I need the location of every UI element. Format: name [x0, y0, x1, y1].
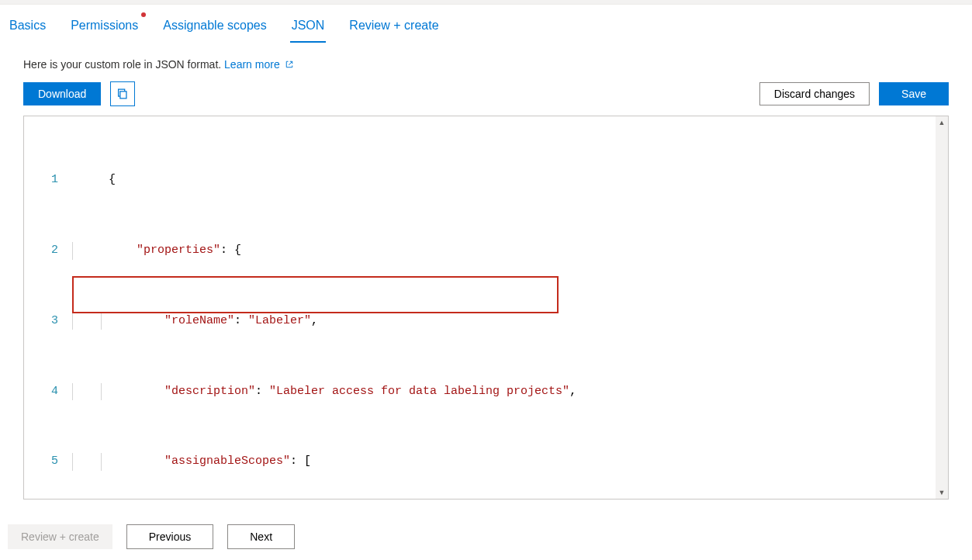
tab-assignable-scopes[interactable]: Assignable scopes: [161, 14, 268, 42]
toolbar: Download Discard changes Save: [0, 78, 972, 116]
json-val-rolename: "Labeler": [248, 314, 311, 327]
line-number: 1: [24, 171, 72, 189]
code-line[interactable]: 4 "description": "Labeler access for dat…: [24, 383, 948, 401]
code-line[interactable]: 1 {: [24, 171, 948, 189]
line-number: 5: [24, 453, 72, 471]
unsaved-dot-icon: [141, 12, 146, 17]
scroll-up-icon[interactable]: ▲: [936, 116, 948, 129]
json-key-rolename: "roleName": [164, 314, 234, 327]
code-line[interactable]: 3 "roleName": "Labeler",: [24, 313, 948, 330]
line-number: 4: [24, 383, 72, 401]
description-row: Here is your custom role in JSON format.…: [0, 43, 972, 78]
code-line[interactable]: 5 "assignableScopes": [: [24, 453, 948, 471]
previous-button[interactable]: Previous: [126, 524, 213, 549]
scroll-down-icon[interactable]: ▼: [936, 486, 948, 499]
description-text: Here is your custom role in JSON format.: [23, 58, 224, 71]
tab-basics[interactable]: Basics: [8, 14, 47, 42]
copy-button[interactable]: [110, 81, 135, 106]
tab-strip: Basics Permissions Assignable scopes JSO…: [0, 5, 972, 43]
learn-more-link[interactable]: Learn more: [224, 58, 293, 71]
copy-icon: [116, 87, 130, 101]
json-val-description: "Labeler access for data labeling projec…: [269, 385, 569, 398]
tab-review-create[interactable]: Review + create: [348, 14, 440, 42]
editor-scrollbar[interactable]: ▲ ▼: [936, 116, 948, 499]
code-area[interactable]: 1 { 2 "properties": { 3 "roleName": "Lab…: [24, 116, 948, 500]
next-button[interactable]: Next: [227, 524, 295, 549]
wizard-footer: Review + create Previous Next: [0, 513, 972, 560]
svg-rect-0: [120, 92, 126, 99]
json-key-description: "description": [164, 385, 255, 398]
line-number: 3: [24, 313, 72, 330]
download-button[interactable]: Download: [23, 82, 101, 105]
learn-more-label: Learn more: [224, 58, 280, 71]
line-number: 2: [24, 242, 72, 260]
code-line[interactable]: 2 "properties": {: [24, 242, 948, 260]
tab-permissions[interactable]: Permissions: [69, 14, 140, 42]
json-key-properties: "properties": [137, 244, 220, 257]
discard-changes-button[interactable]: Discard changes: [759, 82, 870, 105]
review-create-button[interactable]: Review + create: [8, 524, 112, 549]
tab-json[interactable]: JSON: [290, 14, 327, 42]
tab-permissions-label: Permissions: [71, 19, 138, 32]
external-link-icon: [285, 59, 294, 68]
json-editor[interactable]: 1 { 2 "properties": { 3 "roleName": "Lab…: [23, 116, 949, 500]
save-button[interactable]: Save: [879, 82, 949, 105]
json-key-assignablescopes: "assignableScopes": [164, 455, 290, 468]
